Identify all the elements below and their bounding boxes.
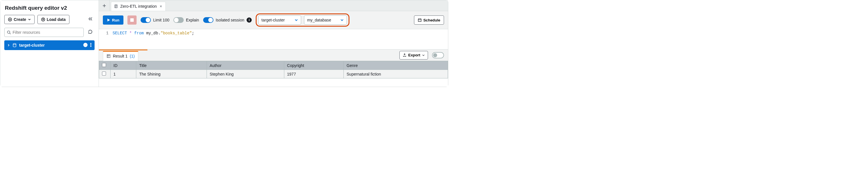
schedule-label: Schedule xyxy=(424,18,440,22)
sidebar: Redshift query editor v2 Create Load dat… xyxy=(0,0,99,87)
schedule-button[interactable]: Schedule xyxy=(414,16,444,25)
new-tab-button[interactable] xyxy=(99,0,110,11)
cell: The Shining xyxy=(136,70,207,79)
editor-tab[interactable]: Zero-ETL integration × xyxy=(111,2,166,11)
chart-toggle[interactable] xyxy=(432,52,444,58)
cell: 1 xyxy=(111,70,136,79)
explain-toggle[interactable] xyxy=(174,17,184,23)
tree-item-cluster[interactable]: target-cluster i xyxy=(4,40,95,50)
create-label: Create xyxy=(14,17,26,22)
cluster-info-icon[interactable]: i xyxy=(83,42,88,48)
tab-label: Zero-ETL integration xyxy=(120,4,157,8)
svg-point-5 xyxy=(7,31,10,33)
search-icon xyxy=(7,30,11,34)
cluster-menu-icon[interactable] xyxy=(90,42,92,48)
isolated-toggle-group: Isolated session i xyxy=(203,17,252,23)
refresh-button[interactable] xyxy=(86,27,95,37)
stop-button[interactable] xyxy=(127,16,136,25)
caret-down-icon xyxy=(294,18,298,22)
cell: 1977 xyxy=(284,70,344,79)
row-select-cell[interactable] xyxy=(99,70,111,79)
filter-input[interactable] xyxy=(12,30,81,35)
cluster-name: target-cluster xyxy=(19,43,44,48)
svg-rect-24 xyxy=(107,55,110,58)
run-button[interactable]: Run xyxy=(103,16,123,25)
select-all-cell[interactable] xyxy=(99,61,111,70)
isolated-label: Isolated session xyxy=(216,18,244,22)
filter-row xyxy=(4,27,95,37)
svg-rect-20 xyxy=(418,19,421,22)
export-icon xyxy=(403,53,407,57)
sql-editor[interactable]: 1 SELECT * from my_db."books_table"; xyxy=(99,29,448,49)
play-icon xyxy=(107,18,110,22)
svg-point-12 xyxy=(91,46,91,47)
caret-down-icon xyxy=(28,18,31,21)
explain-toggle-group: Explain xyxy=(174,17,199,23)
load-data-button[interactable]: Load data xyxy=(37,15,69,24)
checkbox-icon xyxy=(102,63,106,67)
svg-point-11 xyxy=(91,45,91,45)
result-actions: Export xyxy=(399,51,444,60)
caret-down-icon xyxy=(422,54,425,57)
run-label: Run xyxy=(112,18,119,22)
cell: Supernatural fiction xyxy=(344,70,448,79)
cluster-select[interactable]: target-cluster xyxy=(258,16,301,25)
table-icon xyxy=(106,54,111,58)
database-select-value: my_database xyxy=(307,18,331,22)
col-id[interactable]: ID xyxy=(111,61,136,70)
caret-down-icon xyxy=(340,18,344,22)
plus-icon xyxy=(102,4,106,8)
results-table: ID Title Author Copyright Genre 1 The Sh… xyxy=(99,61,448,79)
active-indicator xyxy=(99,50,148,50)
refresh-icon xyxy=(88,29,93,34)
tab-close-button[interactable]: × xyxy=(159,4,162,8)
svg-text:i: i xyxy=(85,43,86,47)
line-number: 1 xyxy=(99,29,113,49)
document-icon xyxy=(114,4,118,8)
chevron-right-icon xyxy=(7,44,10,47)
app-title: Redshift query editor v2 xyxy=(4,3,95,14)
connection-highlight: target-cluster my_database xyxy=(256,13,349,27)
limit-label: Limit 100 xyxy=(153,18,169,22)
calendar-icon xyxy=(418,18,422,22)
results-area: Result 1 (1) Export xyxy=(99,49,448,87)
col-genre[interactable]: Genre xyxy=(344,61,448,70)
svg-line-6 xyxy=(10,33,11,34)
cluster-select-value: target-cluster xyxy=(261,18,285,22)
plus-circle-icon xyxy=(8,18,12,22)
col-author[interactable]: Author xyxy=(207,61,284,70)
result-tab-label: Result 1 xyxy=(113,54,127,58)
col-title[interactable]: Title xyxy=(136,61,207,70)
result-tabs-row: Result 1 (1) Export xyxy=(99,50,448,61)
sidebar-toolbar: Create Load data xyxy=(4,14,95,24)
table-header-row: ID Title Author Copyright Genre xyxy=(99,61,448,70)
svg-point-7 xyxy=(13,44,16,45)
database-icon xyxy=(12,43,17,48)
svg-point-10 xyxy=(91,43,91,44)
filter-input-wrap[interactable] xyxy=(4,28,84,37)
code-line: SELECT * from my_db."books_table"; xyxy=(113,29,194,49)
info-icon[interactable]: i xyxy=(247,18,252,23)
explain-label: Explain xyxy=(186,18,199,22)
checkbox-icon xyxy=(102,71,106,76)
limit-toggle-group: Limit 100 xyxy=(141,17,169,23)
collapse-sidebar-button[interactable] xyxy=(86,14,95,24)
limit-toggle[interactable] xyxy=(141,17,151,23)
cell: Stephen King xyxy=(207,70,284,79)
svg-marker-19 xyxy=(107,19,110,22)
stop-icon xyxy=(130,18,134,22)
create-button[interactable]: Create xyxy=(4,15,35,24)
editor-tabs-row: Zero-ETL integration × xyxy=(99,0,448,11)
upload-icon xyxy=(41,18,45,22)
col-copyright[interactable]: Copyright xyxy=(284,61,344,70)
isolated-toggle[interactable] xyxy=(203,17,213,23)
load-data-label: Load data xyxy=(47,17,66,22)
result-tab[interactable]: Result 1 (1) xyxy=(103,51,138,61)
database-select[interactable]: my_database xyxy=(304,16,347,25)
main: Zero-ETL integration × Run Limit 100 Exp… xyxy=(99,0,448,87)
editor-toolbar: Run Limit 100 Explain Isolated session i… xyxy=(99,11,448,29)
chevrons-left-icon xyxy=(88,16,93,22)
table-row[interactable]: 1 The Shining Stephen King 1977 Supernat… xyxy=(99,70,448,79)
export-label: Export xyxy=(408,53,420,57)
export-button[interactable]: Export xyxy=(399,51,428,60)
